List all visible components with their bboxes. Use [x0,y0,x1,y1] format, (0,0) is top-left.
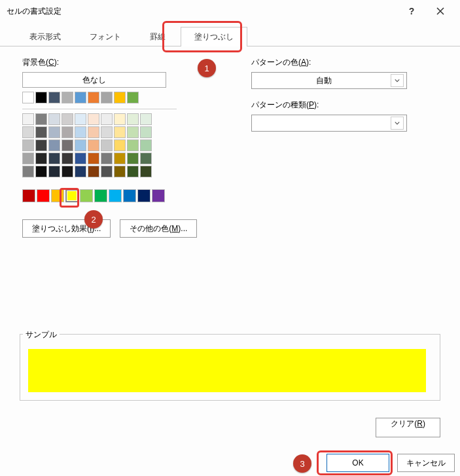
color-swatch[interactable] [88,126,99,138]
color-swatch[interactable] [48,126,60,138]
sample-label: サンプル [23,329,60,340]
color-swatch[interactable] [127,166,139,177]
color-swatch[interactable] [88,92,99,103]
sample-section: サンプル [20,334,440,401]
color-swatch[interactable] [35,153,47,164]
color-swatch[interactable] [140,139,152,151]
color-swatch[interactable] [35,139,47,151]
color-swatch[interactable] [35,92,47,103]
color-swatch[interactable] [75,153,86,164]
color-swatch[interactable] [65,189,79,202]
clear-button[interactable]: クリア(R) [376,418,440,437]
color-swatch[interactable] [114,113,126,125]
bg-color-label: 背景色(C): [22,57,225,68]
color-swatch[interactable] [127,92,139,103]
pattern-color-label: パターンの色(A): [251,57,440,68]
color-swatch[interactable] [114,92,126,103]
color-swatch[interactable] [62,166,73,177]
color-swatch[interactable] [48,139,60,151]
color-swatch[interactable] [80,189,93,202]
color-swatch[interactable] [22,189,35,202]
color-swatch[interactable] [22,92,34,103]
color-swatch[interactable] [62,113,73,125]
color-swatch[interactable] [88,153,99,164]
other-colors-button[interactable]: その他の色(M)... [120,219,197,238]
color-swatch[interactable] [35,126,47,138]
tab-font[interactable]: フォント [76,27,135,46]
color-swatch[interactable] [48,92,60,103]
chevron-down-icon [391,74,404,87]
color-swatch[interactable] [35,113,47,125]
sample-preview [28,349,426,392]
color-swatch[interactable] [140,126,152,138]
color-swatch[interactable] [22,126,34,138]
color-swatch[interactable] [48,113,60,125]
color-swatch[interactable] [48,166,60,177]
color-swatch[interactable] [114,166,126,177]
color-swatch[interactable] [101,92,113,103]
theme-swatch-row [22,92,225,103]
close-icon [436,7,444,15]
color-swatch[interactable] [88,166,99,177]
color-swatch[interactable] [22,113,34,125]
color-swatch[interactable] [101,113,113,125]
color-swatch[interactable] [48,153,60,164]
color-swatch[interactable] [114,153,126,164]
color-swatch[interactable] [137,189,150,202]
fill-effects-button[interactable]: 塗りつぶし効果(I)... [22,219,111,238]
color-swatch[interactable] [114,126,126,138]
close-button[interactable] [426,0,455,22]
tab-strip: 表示形式 フォント 罫線 塗りつぶし [0,22,460,46]
pattern-color-dropdown[interactable]: 自動 [251,72,407,89]
standard-swatch-row [22,189,225,202]
color-swatch[interactable] [75,92,86,103]
color-swatch[interactable] [109,189,122,202]
pattern-type-label: パターンの種類(P): [251,100,440,111]
color-swatch[interactable] [101,153,113,164]
color-swatch[interactable] [62,139,73,151]
color-swatch[interactable] [123,189,136,202]
color-swatch[interactable] [127,153,139,164]
color-swatch[interactable] [101,126,113,138]
tab-fill[interactable]: 塗りつぶし [181,27,247,46]
color-swatch[interactable] [22,139,34,151]
color-swatch[interactable] [140,113,152,125]
no-color-button[interactable]: 色なし [22,72,166,88]
color-swatch[interactable] [35,166,47,177]
cancel-button[interactable]: キャンセル [397,454,455,472]
dialog-content: 背景色(C): 色なし 塗りつぶし効果(I)... その他の色(M)... パタ… [0,46,460,238]
color-swatch[interactable] [127,113,139,125]
color-swatch[interactable] [94,189,107,202]
color-swatch[interactable] [140,153,152,164]
tab-border[interactable]: 罫線 [136,27,179,46]
color-swatch[interactable] [127,126,139,138]
tab-display-format[interactable]: 表示形式 [16,27,75,46]
color-swatch[interactable] [75,126,86,138]
color-swatch[interactable] [62,153,73,164]
palette-divider [22,109,177,109]
color-swatch[interactable] [51,189,64,202]
color-swatch[interactable] [75,166,86,177]
palette-grid [22,113,225,177]
color-swatch[interactable] [37,189,50,202]
chevron-down-icon [391,117,404,130]
help-button[interactable]: ? [397,0,426,22]
color-swatch[interactable] [114,139,126,151]
color-swatch[interactable] [101,166,113,177]
color-swatch[interactable] [88,139,99,151]
color-swatch[interactable] [22,153,34,164]
color-swatch[interactable] [140,166,152,177]
color-swatch[interactable] [127,139,139,151]
pattern-type-dropdown[interactable] [251,115,407,132]
titlebar: セルの書式設定 ? [0,0,460,22]
ok-button[interactable]: OK [327,454,389,472]
color-swatch[interactable] [101,139,113,151]
color-swatch[interactable] [22,166,34,177]
color-swatch[interactable] [75,139,86,151]
annotation-3: 3 [293,454,311,473]
color-swatch[interactable] [62,126,73,138]
color-swatch[interactable] [62,92,73,103]
color-swatch[interactable] [75,113,86,125]
color-swatch[interactable] [152,189,165,202]
color-swatch[interactable] [88,113,99,125]
